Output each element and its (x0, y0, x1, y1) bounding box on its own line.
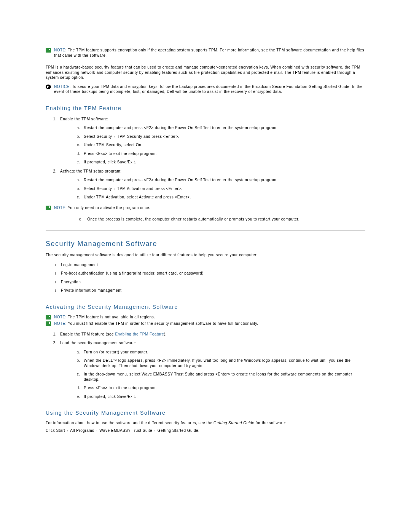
step-lead: Load the security management software: (60, 341, 136, 345)
guide-title: Getting Started Guide (213, 421, 254, 425)
note-text: NOTE: You only need to activate the prog… (54, 205, 365, 211)
divider (46, 230, 365, 231)
using-path: Click Start→ All Programs→ Wave EMBASSY … (46, 428, 365, 433)
note-label: NOTE: (54, 321, 67, 326)
note-text: NOTE: The TPM feature supports encryptio… (54, 48, 365, 58)
note-body: You only need to activate the program on… (68, 206, 150, 210)
note-label: NOTE: (54, 315, 67, 319)
heading-activate-sms: Activating the Security Management Softw… (46, 304, 365, 310)
text: for the software: (254, 421, 286, 425)
step-text: Once the process is complete, the comput… (87, 217, 299, 221)
note-callout: NOTE: You only need to activate the prog… (46, 205, 365, 211)
list-item: Press <Esc> to exit the setup program. (81, 151, 365, 157)
note-callout: NOTE: The TPM feature supports encryptio… (46, 48, 365, 58)
step-lead: Activate the TPM setup program: (60, 169, 122, 173)
note-icon (46, 48, 51, 53)
note-text: NOTE: You must first enable the TPM in o… (54, 321, 365, 326)
note-icon (46, 206, 51, 210)
list-item: In the drop-down menu, select Wave EMBAS… (81, 372, 365, 382)
note-icon (46, 315, 51, 320)
list-item: Restart the computer and press <F2> duri… (81, 177, 365, 183)
note-icon (46, 321, 51, 326)
intro-paragraph: TPM is a hardware-based security feature… (46, 65, 365, 80)
list-item: Log-in management (61, 262, 365, 268)
list-item: Turn on (or restart) your computer. (81, 350, 365, 355)
list-item: Under TPM Security, select On. (81, 142, 365, 148)
heading-using-sms: Using the Security Management Software (46, 410, 365, 416)
sms-intro: The security management software is desi… (46, 252, 365, 258)
text: For information about how to use the sof… (46, 421, 213, 425)
text: Enable the TPM feature (see (60, 332, 115, 336)
list-item: Private information management (61, 288, 365, 293)
list-item: If prompted, click Save/Exit. (81, 160, 365, 165)
list-item: Load the security management software: T… (58, 340, 365, 399)
activate-steps-list: Enable the TPM feature (see Enabling the… (46, 332, 365, 399)
notice-body: To secure your TPM data and encryption k… (54, 85, 363, 94)
enable-steps-list: Enable the TPM software: Restart the com… (46, 117, 365, 200)
continued-step: d. Once the process is complete, the com… (46, 217, 365, 221)
list-item: Pre-boot authentication (using a fingerp… (61, 271, 365, 276)
list-item: Restart the computer and press <F2> duri… (81, 125, 365, 131)
text: ). (164, 332, 167, 336)
list-item: Select Security→ TPM Security and press … (81, 134, 365, 139)
sub-list: Turn on (or restart) your computer. When… (60, 350, 365, 399)
note-body: The TPM feature is not available in all … (68, 315, 155, 319)
list-item: Encryption (61, 280, 365, 285)
heading-sms: Security Management Software (46, 240, 365, 248)
heading-enable-tpm: Enabling the TPM Feature (46, 105, 365, 111)
sub-list: Restart the computer and press <F2> duri… (60, 177, 365, 200)
sub-list: Restart the computer and press <F2> duri… (60, 125, 365, 165)
enable-tpm-link[interactable]: Enabling the TPM Feature (115, 332, 164, 336)
notice-label: NOTICE: (54, 85, 71, 89)
note-callout: NOTE: You must first enable the TPM in o… (46, 321, 365, 326)
note-label: NOTE: (54, 48, 67, 52)
list-item: Under TPM Activation, select Activate an… (81, 195, 365, 200)
note-body: You must first enable the TPM in order f… (68, 321, 258, 326)
step-lead: Enable the TPM software: (60, 117, 108, 121)
note-callout: NOTE: The TPM feature is not available i… (46, 315, 365, 320)
feature-list: Log-in management Pre-boot authenticatio… (46, 262, 365, 293)
notice-callout: NOTICE: To secure your TPM data and encr… (46, 84, 365, 94)
note-label: NOTE: (54, 206, 67, 210)
note-text: NOTE: The TPM feature is not available i… (54, 315, 365, 320)
list-item: When the DELL™ logo appears, press <F2> … (81, 358, 365, 368)
list-item: Select Security→ TPM Activation and pres… (81, 186, 365, 192)
note-body: The TPM feature supports encryption only… (54, 48, 364, 58)
list-item: Enable the TPM software: Restart the com… (58, 117, 365, 165)
list-item: Press <Esc> to exit the setup program. (81, 385, 365, 391)
step-letter: d. (79, 217, 86, 221)
list-item: Activate the TPM setup program: Restart … (58, 169, 365, 200)
list-item: If prompted, click Save/Exit. (81, 394, 365, 399)
using-paragraph: For information about how to use the sof… (46, 420, 365, 426)
notice-text: NOTICE: To secure your TPM data and encr… (54, 84, 365, 94)
list-item: Enable the TPM feature (see Enabling the… (58, 332, 365, 337)
notice-icon (46, 85, 51, 89)
